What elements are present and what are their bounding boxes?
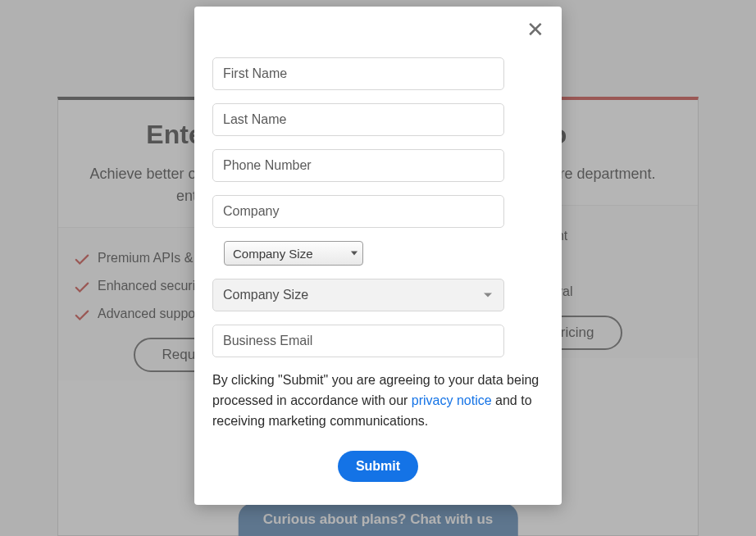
form-modal: ✕ Company Size Company Size By clicking … (194, 7, 562, 505)
privacy-notice-link[interactable]: privacy notice (412, 393, 492, 407)
form-fields: Company Size Company Size (212, 57, 544, 357)
consent-text: By clicking "Submit" you are agreeing to… (212, 370, 544, 431)
submit-button[interactable]: Submit (338, 451, 418, 482)
phone-number-input[interactable] (212, 149, 504, 182)
select-label: Company Size (223, 288, 308, 302)
select-label: Company Size (233, 247, 313, 261)
company-size-select-small[interactable]: Company Size (224, 241, 363, 266)
chevron-down-icon (484, 293, 492, 298)
last-name-input[interactable] (212, 103, 504, 136)
business-email-input[interactable] (212, 325, 504, 357)
company-size-select[interactable]: Company Size (212, 279, 504, 311)
close-icon: ✕ (526, 19, 544, 40)
company-input[interactable] (212, 195, 504, 228)
first-name-input[interactable] (212, 57, 504, 90)
chevron-down-icon (351, 252, 358, 256)
close-button[interactable]: ✕ (524, 18, 547, 41)
